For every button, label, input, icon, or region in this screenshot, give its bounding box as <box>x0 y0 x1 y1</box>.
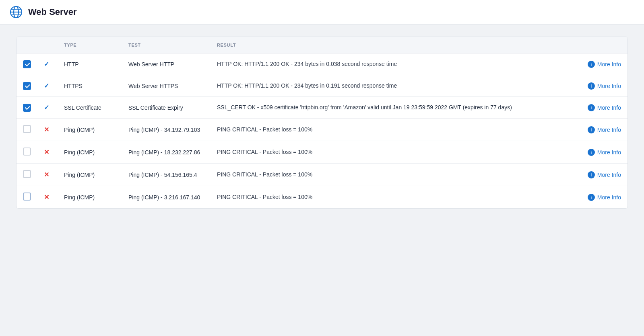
checkbox-cell <box>17 186 37 209</box>
info-circle-icon: i <box>588 171 595 178</box>
status-cell: ✕ <box>37 186 58 209</box>
page-title: Web Server <box>28 7 77 17</box>
more-info-button[interactable]: iMore Info <box>588 194 621 201</box>
more-info-button[interactable]: iMore Info <box>588 149 621 156</box>
status-cell: ✓ <box>37 97 58 119</box>
table-row: ✕Ping (ICMP)Ping (ICMP) - 34.192.79.103P… <box>17 119 627 141</box>
checkbox-cell <box>17 141 37 164</box>
row-checkbox[interactable] <box>23 60 31 68</box>
col-result-header: RESULT <box>211 37 563 53</box>
action-cell: iMore Info <box>563 119 627 141</box>
row-checkbox[interactable] <box>23 82 31 90</box>
col-type-header: TYPE <box>58 37 122 53</box>
more-info-label: More Info <box>597 61 621 68</box>
more-info-label: More Info <box>597 172 621 178</box>
info-circle-icon: i <box>588 126 595 133</box>
main-content: TYPE TEST RESULT ✓HTTPWeb Server HTTPHTT… <box>0 25 644 221</box>
table-row: ✕Ping (ICMP)Ping (ICMP) - 3.216.167.140P… <box>17 186 627 209</box>
info-circle-icon: i <box>588 149 595 156</box>
checkbox-cell <box>17 119 37 141</box>
table-row: ✕Ping (ICMP)Ping (ICMP) - 18.232.227.86P… <box>17 141 627 164</box>
table-row: ✓HTTPSWeb Server HTTPSHTTP OK: HTTP/1.1 … <box>17 75 627 97</box>
result-cell: HTTP OK: HTTP/1.1 200 OK - 234 bytes in … <box>211 53 563 75</box>
result-cell: PING CRITICAL - Packet loss = 100% <box>211 141 563 164</box>
action-cell: iMore Info <box>563 164 627 186</box>
more-info-label: More Info <box>597 194 621 201</box>
result-cell: HTTP OK: HTTP/1.1 200 OK - 234 bytes in … <box>211 75 563 97</box>
page-header: Web Server <box>0 0 644 25</box>
ok-icon: ✓ <box>44 104 49 111</box>
status-cell: ✕ <box>37 141 58 164</box>
status-cell: ✓ <box>37 75 58 97</box>
test-cell: Ping (ICMP) - 54.156.165.4 <box>122 164 211 186</box>
test-cell: Ping (ICMP) - 3.216.167.140 <box>122 186 211 209</box>
action-cell: iMore Info <box>563 75 627 97</box>
row-checkbox[interactable] <box>23 193 31 201</box>
checkbox-cell <box>17 164 37 186</box>
checkbox-cell <box>17 53 37 75</box>
type-cell: Ping (ICMP) <box>58 186 122 209</box>
type-cell: HTTPS <box>58 75 122 97</box>
info-circle-icon: i <box>588 104 595 111</box>
status-cell: ✓ <box>37 53 58 75</box>
result-cell: SSL_CERT OK - x509 certificate 'httpbin.… <box>211 97 563 119</box>
info-circle-icon: i <box>588 82 595 90</box>
fail-icon: ✕ <box>44 193 49 201</box>
type-cell: Ping (ICMP) <box>58 119 122 141</box>
action-cell: iMore Info <box>563 97 627 119</box>
ok-icon: ✓ <box>44 82 49 90</box>
test-cell: Ping (ICMP) - 18.232.227.86 <box>122 141 211 164</box>
more-info-button[interactable]: iMore Info <box>588 126 621 133</box>
fail-icon: ✕ <box>44 171 49 178</box>
results-table: TYPE TEST RESULT ✓HTTPWeb Server HTTPHTT… <box>17 37 627 208</box>
more-info-button[interactable]: iMore Info <box>588 171 621 178</box>
col-check-header <box>17 37 37 53</box>
action-cell: iMore Info <box>563 141 627 164</box>
more-info-button[interactable]: iMore Info <box>588 61 621 68</box>
test-cell: Web Server HTTP <box>122 53 211 75</box>
row-checkbox[interactable] <box>23 104 31 112</box>
table-header-row: TYPE TEST RESULT <box>17 37 627 53</box>
action-cell: iMore Info <box>563 53 627 75</box>
type-cell: HTTP <box>58 53 122 75</box>
test-cell: Ping (ICMP) - 34.192.79.103 <box>122 119 211 141</box>
result-cell: PING CRITICAL - Packet loss = 100% <box>211 186 563 209</box>
info-circle-icon: i <box>588 61 595 68</box>
checkbox-cell <box>17 97 37 119</box>
result-cell: PING CRITICAL - Packet loss = 100% <box>211 164 563 186</box>
type-cell: Ping (ICMP) <box>58 164 122 186</box>
more-info-label: More Info <box>597 149 621 156</box>
action-cell: iMore Info <box>563 186 627 209</box>
row-checkbox[interactable] <box>23 125 31 133</box>
test-cell: SSL Certificate Expiry <box>122 97 211 119</box>
type-cell: Ping (ICMP) <box>58 141 122 164</box>
ok-icon: ✓ <box>44 60 49 68</box>
more-info-button[interactable]: iMore Info <box>588 104 621 111</box>
table-row: ✓HTTPWeb Server HTTPHTTP OK: HTTP/1.1 20… <box>17 53 627 75</box>
page-wrapper: Web Server TYPE TEST RESULT ✓HTTPWeb Ser… <box>0 0 644 336</box>
more-info-label: More Info <box>597 127 621 133</box>
table-row: ✓SSL CertificateSSL Certificate ExpirySS… <box>17 97 627 119</box>
fail-icon: ✕ <box>44 148 49 156</box>
col-action-header <box>563 37 627 53</box>
row-checkbox[interactable] <box>23 170 31 178</box>
results-table-container: TYPE TEST RESULT ✓HTTPWeb Server HTTPHTT… <box>16 37 628 209</box>
status-cell: ✕ <box>37 119 58 141</box>
col-status-header <box>37 37 58 53</box>
test-cell: Web Server HTTPS <box>122 75 211 97</box>
result-cell: PING CRITICAL - Packet loss = 100% <box>211 119 563 141</box>
table-row: ✕Ping (ICMP)Ping (ICMP) - 54.156.165.4PI… <box>17 164 627 186</box>
col-test-header: TEST <box>122 37 211 53</box>
globe-icon <box>10 6 23 18</box>
fail-icon: ✕ <box>44 126 49 133</box>
type-cell: SSL Certificate <box>58 97 122 119</box>
more-info-label: More Info <box>597 104 621 111</box>
more-info-label: More Info <box>597 83 621 89</box>
checkbox-cell <box>17 75 37 97</box>
more-info-button[interactable]: iMore Info <box>588 82 621 90</box>
status-cell: ✕ <box>37 164 58 186</box>
row-checkbox[interactable] <box>23 148 31 156</box>
info-circle-icon: i <box>588 194 595 201</box>
